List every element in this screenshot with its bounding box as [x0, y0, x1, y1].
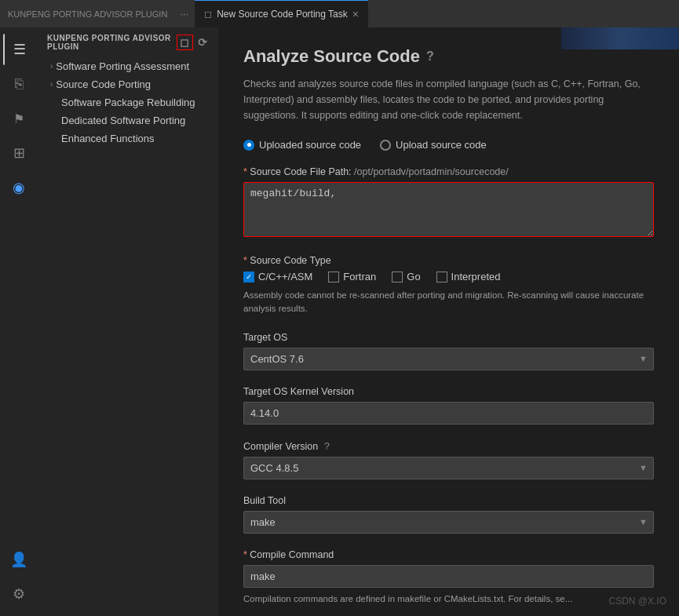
watermark: CSDN @X.IO: [608, 596, 666, 607]
sidebar-item-package-rebuilding[interactable]: Software Package Rebuilding: [38, 93, 218, 111]
build-tool-wrapper: make cmake automake ▼: [243, 511, 654, 534]
file-path-hint: /opt/portadv/portadmin/sourcecode/: [354, 166, 509, 177]
radio-upload-circle: [380, 140, 391, 151]
checkbox-fortran-box[interactable]: [328, 272, 339, 282]
more-icon[interactable]: ···: [180, 8, 188, 20]
page-description: Checks and analyzes source code files in…: [243, 76, 654, 123]
source-option-group: Uploaded source code Upload source code: [243, 139, 654, 151]
help-icon[interactable]: ?: [426, 49, 434, 64]
compiler-section: Compiler Version ? GCC 4.8.5 GCC 7.3.0 G…: [243, 440, 654, 479]
checkbox-interpreted[interactable]: Interpreted: [436, 271, 501, 282]
source-type-label: Source Code Type: [243, 255, 654, 266]
target-os-label: Target OS: [243, 332, 654, 343]
checkbox-go-label: Go: [407, 271, 420, 282]
sidebar-item-dedicated-porting[interactable]: Dedicated Software Porting: [38, 111, 218, 129]
tab-label: New Source Code Porting Task: [217, 9, 348, 20]
activity-settings-icon[interactable]: ⚙: [3, 578, 35, 610]
compile-cmd-input[interactable]: [243, 565, 654, 588]
checkbox-fortran[interactable]: Fortran: [328, 271, 376, 282]
compiler-select[interactable]: GCC 4.8.5 GCC 7.3.0 GCC 9.3.0: [243, 457, 654, 479]
kernel-version-input[interactable]: [243, 402, 654, 425]
title-bar: KUNPENG PORTING ADVISOR PLUGIN ··· ◻ New…: [0, 0, 679, 27]
source-type-section: Source Code Type C/C++/ASM Fortran Go In…: [243, 255, 654, 316]
content-area: Analyze Source Code ? Checks and analyze…: [218, 27, 679, 616]
task-tab[interactable]: ◻ New Source Code Porting Task ×: [195, 0, 368, 27]
radio-uploaded-circle: [243, 140, 254, 151]
build-tool-select[interactable]: make cmake automake: [243, 511, 654, 534]
file-path-section: Source Code File Path: /opt/portadv/port…: [243, 166, 654, 239]
sidebar-item-label: Software Package Rebuilding: [50, 97, 195, 108]
sidebar-header: KUNPENG PORTING ADVISOR PLUGIN ◻ ⟳: [38, 27, 218, 57]
activity-extensions-icon[interactable]: ⊞: [3, 137, 35, 169]
checkbox-group: C/C++/ASM Fortran Go Interpreted: [243, 271, 654, 282]
sidebar-item-label: Dedicated Software Porting: [50, 115, 185, 126]
sidebar-item-enhanced-functions[interactable]: Enhanced Functions: [38, 129, 218, 148]
checkbox-interpreted-label: Interpreted: [451, 271, 501, 282]
activity-bar: ☰ ⎘ ⚑ ⊞ ◉ 👤 ⚙: [0, 27, 38, 616]
target-os-section: Target OS CentOS 7.6 Ubuntu 18.04 Ubuntu…: [243, 332, 654, 370]
compile-cmd-hint: Compilation commands are defined in make…: [243, 592, 654, 606]
header-image: [561, 27, 679, 49]
file-path-input[interactable]: [243, 182, 654, 237]
build-tool-section: Build Tool make cmake automake ▼: [243, 495, 654, 534]
activity-explorer-icon[interactable]: ☰: [3, 34, 35, 65]
checkbox-go-box[interactable]: [392, 272, 403, 282]
radio-upload-source[interactable]: Upload source code: [380, 139, 487, 151]
refresh-icon[interactable]: ⟳: [196, 35, 210, 50]
activity-debug-icon[interactable]: ⚑: [3, 103, 35, 134]
checkbox-cpp-label: C/C++/ASM: [258, 271, 312, 282]
plugin-title: KUNPENG PORTING ADVISOR PLUGIN: [8, 9, 167, 19]
checkbox-cpp-box[interactable]: [243, 272, 254, 282]
tab-icon: ◻: [204, 9, 212, 20]
compile-cmd-section: Compile Command Compilation commands are…: [243, 549, 654, 606]
sidebar-item-label: Enhanced Functions: [50, 133, 155, 144]
radio-uploaded-label: Uploaded source code: [259, 139, 361, 151]
tab-close-button[interactable]: ×: [352, 8, 359, 20]
checkbox-interpreted-box[interactable]: [436, 272, 447, 282]
new-task-icon[interactable]: ◻: [177, 35, 193, 50]
activity-kunpeng-icon[interactable]: ◉: [3, 172, 35, 203]
arrow-icon: ›: [50, 80, 53, 89]
build-tool-label: Build Tool: [243, 495, 654, 506]
compiler-help-icon[interactable]: ?: [324, 440, 330, 452]
asm-warning-text: Assembly code cannot be re-scanned after…: [243, 289, 654, 316]
activity-git-icon[interactable]: ⎘: [3, 68, 35, 100]
sidebar-item-porting-assessment[interactable]: › Software Porting Assessment: [38, 57, 218, 75]
sidebar-item-label: Source Code Porting: [56, 78, 151, 90]
checkbox-cpp[interactable]: C/C++/ASM: [243, 271, 312, 282]
checkbox-go[interactable]: Go: [392, 271, 420, 282]
sidebar-title: KUNPENG PORTING ADVISOR PLUGIN: [47, 34, 177, 51]
sidebar-item-label: Software Porting Assessment: [56, 60, 189, 72]
target-os-select[interactable]: CentOS 7.6 Ubuntu 18.04 Ubuntu 20.04: [243, 348, 654, 370]
compile-cmd-label: Compile Command: [243, 549, 654, 560]
file-path-label: Source Code File Path: /opt/portadv/port…: [243, 166, 654, 177]
arrow-icon: ›: [50, 62, 53, 71]
sidebar: KUNPENG PORTING ADVISOR PLUGIN ◻ ⟳ › Sof…: [38, 27, 218, 616]
compiler-wrapper: GCC 4.8.5 GCC 7.3.0 GCC 9.3.0 ▼: [243, 457, 654, 479]
radio-upload-label: Upload source code: [396, 139, 487, 151]
sidebar-item-source-code-porting[interactable]: › Source Code Porting: [38, 75, 218, 93]
compiler-label: Compiler Version ?: [243, 440, 654, 452]
kernel-version-label: Target OS Kernel Version: [243, 386, 654, 397]
kernel-version-section: Target OS Kernel Version: [243, 386, 654, 425]
target-os-wrapper: CentOS 7.6 Ubuntu 18.04 Ubuntu 20.04 ▼: [243, 348, 654, 370]
activity-account-icon[interactable]: 👤: [3, 544, 35, 575]
checkbox-fortran-label: Fortran: [343, 271, 376, 282]
radio-uploaded-source[interactable]: Uploaded source code: [243, 139, 361, 151]
